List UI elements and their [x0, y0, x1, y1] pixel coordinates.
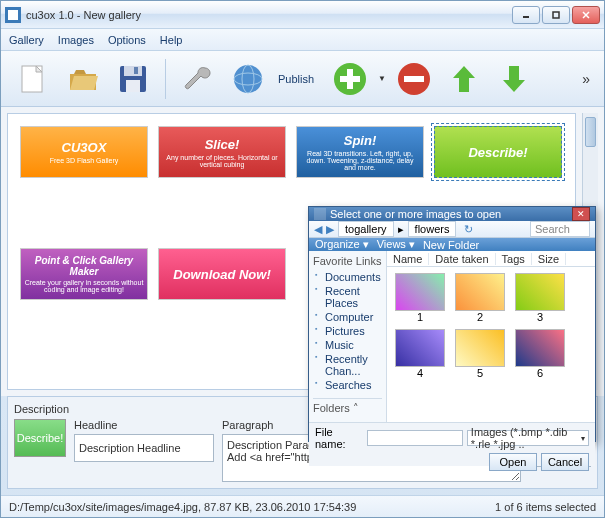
- minimize-button[interactable]: [512, 6, 540, 24]
- dialog-titlebar[interactable]: Select one or more images to open ✕: [309, 207, 595, 221]
- publish-button[interactable]: [226, 57, 270, 101]
- dialog-nav: ◀ ▶ togallery ▸ flowers ↻ Search: [309, 221, 595, 238]
- svg-rect-19: [314, 208, 326, 220]
- nav-fwd-icon[interactable]: ▶: [326, 223, 334, 236]
- scroll-thumb[interactable]: [585, 117, 596, 147]
- menubar: Gallery Images Options Help: [1, 29, 604, 51]
- refresh-icon[interactable]: ↻: [464, 223, 473, 236]
- toolbar: Publish ▼ »: [1, 51, 604, 107]
- statusbar: D:/Temp/cu3ox/site/images/image4.jpg, 87…: [1, 495, 604, 517]
- headline-label: Headline: [74, 419, 214, 431]
- file-item[interactable]: 2: [453, 273, 507, 323]
- maximize-button[interactable]: [542, 6, 570, 24]
- dialog-title: Select one or more images to open: [330, 208, 501, 220]
- col-name[interactable]: Name: [387, 253, 429, 265]
- open-button[interactable]: [61, 57, 105, 101]
- svg-rect-9: [126, 80, 140, 92]
- gallery-thumb[interactable]: Spin!Real 3D transitions. Left, right, u…: [296, 126, 424, 178]
- organize-menu[interactable]: Organize ▾: [315, 238, 369, 251]
- save-button[interactable]: [111, 57, 155, 101]
- new-button[interactable]: [11, 57, 55, 101]
- titlebar[interactable]: cu3ox 1.0 - New gallery: [1, 1, 604, 29]
- sidebar-item-recently-changed[interactable]: Recently Chan...: [313, 352, 382, 378]
- col-tags[interactable]: Tags: [496, 253, 532, 265]
- file-item[interactable]: 1: [393, 273, 447, 323]
- menu-images[interactable]: Images: [58, 34, 94, 46]
- add-button[interactable]: [328, 57, 372, 101]
- dialog-close-button[interactable]: ✕: [572, 207, 590, 221]
- filename-label: File name:: [315, 426, 363, 450]
- menu-help[interactable]: Help: [160, 34, 183, 46]
- sidebar-item-pictures[interactable]: Pictures: [313, 324, 382, 338]
- headline-column: Headline: [74, 419, 214, 462]
- dialog-icon: [314, 208, 326, 220]
- window-title: cu3ox 1.0 - New gallery: [26, 9, 512, 21]
- col-size[interactable]: Size: [532, 253, 566, 265]
- svg-rect-1: [8, 10, 18, 20]
- dialog-bottom: File name: Images (*.bmp *.dib *.rle *.j…: [309, 422, 595, 466]
- file-item[interactable]: 5: [453, 329, 507, 379]
- file-open-dialog[interactable]: Select one or more images to open ✕ ◀ ▶ …: [308, 206, 596, 442]
- file-grid[interactable]: 1 2 3 4 5 6: [387, 267, 595, 422]
- move-down-button[interactable]: [492, 57, 536, 101]
- dialog-body: Favorite Links Documents Recent Places C…: [309, 251, 595, 422]
- gallery-thumb[interactable]: Point & Click Gallery MakerCreate your g…: [20, 248, 148, 300]
- chevron-right-icon: ▸: [398, 223, 404, 236]
- gallery-thumb[interactable]: Download Now!: [158, 248, 286, 300]
- column-headers[interactable]: Name Date taken Tags Size: [387, 251, 595, 267]
- col-date[interactable]: Date taken: [429, 253, 495, 265]
- window-controls: [512, 6, 600, 24]
- file-item[interactable]: 6: [513, 329, 567, 379]
- toolbar-overflow[interactable]: »: [578, 67, 594, 91]
- menu-options[interactable]: Options: [108, 34, 146, 46]
- main-window: cu3ox 1.0 - New gallery Gallery Images O…: [0, 0, 605, 518]
- status-right: 1 of 6 items selected: [495, 501, 596, 513]
- file-thumb: [455, 329, 505, 367]
- sidebar-item-computer[interactable]: Computer: [313, 310, 382, 324]
- filetype-combo[interactable]: Images (*.bmp *.dib *.rle *.jpg ..: [467, 430, 589, 446]
- cancel-file-button[interactable]: Cancel: [541, 453, 589, 471]
- headline-input[interactable]: [74, 434, 214, 462]
- sidebar-item-documents[interactable]: Documents: [313, 270, 382, 284]
- svg-rect-8: [124, 66, 142, 76]
- dialog-file-list: Name Date taken Tags Size 1 2 3 4 5 6: [387, 251, 595, 422]
- folders-heading[interactable]: Folders ˄: [313, 398, 382, 415]
- close-button[interactable]: [572, 6, 600, 24]
- menu-gallery[interactable]: Gallery: [9, 34, 44, 46]
- svg-rect-10: [134, 67, 138, 74]
- file-item[interactable]: 4: [393, 329, 447, 379]
- file-thumb: [395, 329, 445, 367]
- filename-input[interactable]: [367, 430, 463, 446]
- open-file-button[interactable]: Open: [489, 453, 537, 471]
- breadcrumb[interactable]: flowers: [408, 221, 457, 237]
- svg-point-11: [234, 65, 262, 93]
- move-up-button[interactable]: [442, 57, 486, 101]
- sidebar-heading: Favorite Links: [313, 255, 382, 267]
- views-menu[interactable]: Views ▾: [377, 238, 415, 251]
- breadcrumb[interactable]: togallery: [338, 221, 394, 237]
- dialog-toolbar: Organize ▾ Views ▾ New Folder: [309, 238, 595, 251]
- gallery-thumb[interactable]: Slice!Any number of pieces. Horizontal o…: [158, 126, 286, 178]
- file-thumb: [515, 273, 565, 311]
- dialog-sidebar: Favorite Links Documents Recent Places C…: [309, 251, 387, 422]
- sidebar-item-searches[interactable]: Searches: [313, 378, 382, 392]
- svg-rect-3: [553, 12, 559, 18]
- app-icon: [5, 7, 21, 23]
- svg-rect-16: [340, 76, 360, 82]
- remove-button[interactable]: [392, 57, 436, 101]
- add-dropdown[interactable]: ▼: [378, 74, 386, 83]
- file-item[interactable]: 3: [513, 273, 567, 323]
- file-thumb: [455, 273, 505, 311]
- tools-button[interactable]: [176, 57, 220, 101]
- publish-label: Publish: [278, 73, 314, 85]
- description-thumb: Describe!: [14, 419, 66, 457]
- nav-back-icon[interactable]: ◀: [314, 223, 322, 236]
- gallery-thumb-selected[interactable]: Describe!: [434, 126, 562, 178]
- status-left: D:/Temp/cu3ox/site/images/image4.jpg, 87…: [9, 501, 356, 513]
- gallery-thumb[interactable]: CU3OXFree 3D Flash Gallery: [20, 126, 148, 178]
- sidebar-item-recent[interactable]: Recent Places: [313, 284, 382, 310]
- sidebar-item-music[interactable]: Music: [313, 338, 382, 352]
- new-folder-button[interactable]: New Folder: [423, 239, 479, 251]
- file-thumb: [515, 329, 565, 367]
- search-input[interactable]: Search: [530, 221, 590, 237]
